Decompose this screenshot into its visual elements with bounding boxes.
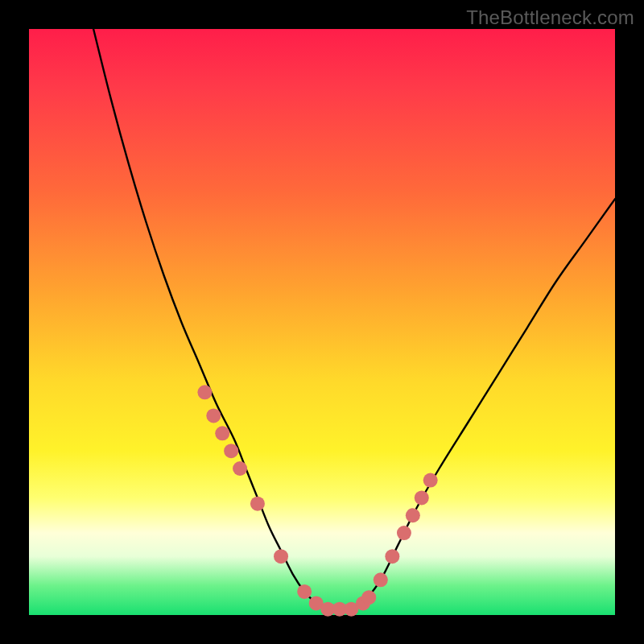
- sample-marker: [397, 526, 411, 540]
- sample-marker: [197, 385, 212, 399]
- sample-marker: [423, 473, 438, 488]
- sample-marker: [233, 461, 247, 476]
- plot-area: [29, 29, 615, 615]
- sample-marker: [250, 497, 265, 511]
- curve-svg: [29, 29, 615, 615]
- sample-marker: [274, 549, 288, 564]
- sample-marker: [406, 508, 420, 522]
- sample-marker: [297, 584, 312, 599]
- sample-marker: [224, 444, 238, 458]
- sample-marker: [415, 490, 429, 505]
- sample-marker: [215, 426, 229, 440]
- marker-layer: [197, 385, 437, 616]
- watermark-text: TheBottleneck.com: [466, 6, 634, 29]
- sample-marker: [361, 590, 376, 605]
- bottleneck-curve: [93, 29, 615, 609]
- chart-frame: TheBottleneck.com: [0, 0, 644, 644]
- sample-marker: [374, 572, 388, 587]
- sample-marker: [385, 549, 399, 564]
- sample-marker: [206, 408, 221, 423]
